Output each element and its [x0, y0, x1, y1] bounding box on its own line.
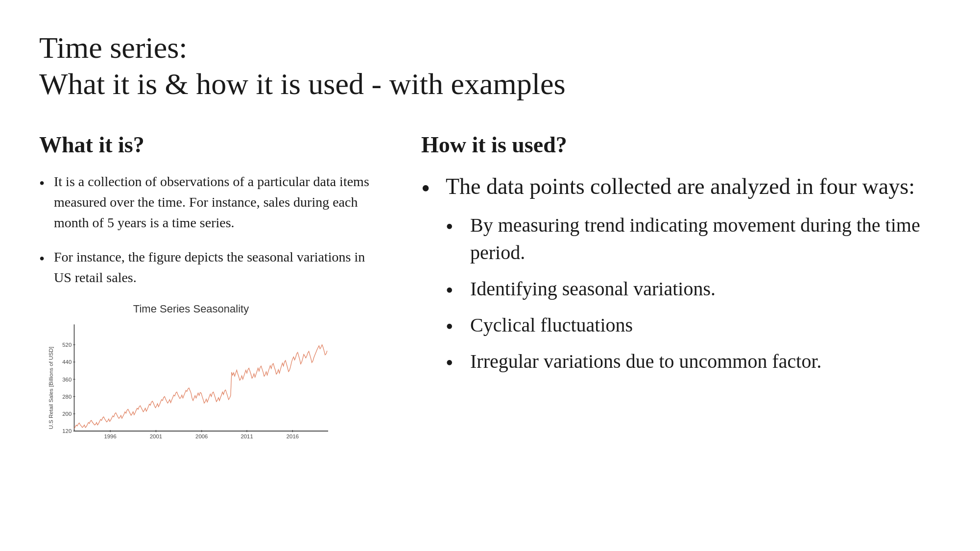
- right-sub-bullet-list: By measuring trend indicating movement d…: [446, 212, 941, 375]
- sub-bullet-3: Cyclical fluctuations: [446, 311, 941, 339]
- chart-area: U.S Retail Sales [Billions of USD] 120 2…: [39, 319, 343, 456]
- left-bullet-list: It is a collection of observations of a …: [39, 171, 382, 288]
- chart-title: Time Series Seasonality: [39, 303, 343, 315]
- right-bullet-list: The data points collected are analyzed i…: [421, 171, 941, 375]
- right-section-heading: How it is used?: [421, 132, 941, 158]
- title-block: Time series: What it is & how it is used…: [39, 29, 941, 102]
- slide: Time series: What it is & how it is used…: [0, 0, 980, 551]
- right-main-bullet: The data points collected are analyzed i…: [421, 171, 941, 375]
- sub-bullet-2: Identifying seasonal variations.: [446, 275, 941, 303]
- y-tick-520: 520: [62, 342, 72, 348]
- chart-container: Time Series Seasonality U.S Retail Sales…: [39, 303, 343, 459]
- x-tick-2011: 2011: [240, 433, 253, 439]
- y-tick-440: 440: [62, 359, 72, 365]
- y-tick-280: 280: [62, 394, 72, 400]
- y-tick-360: 360: [62, 376, 72, 382]
- y-axis-label: U.S Retail Sales [Billions of USD]: [48, 347, 54, 429]
- y-tick-120: 120: [62, 428, 72, 434]
- sub-bullet-4: Irregular variations due to uncommon fac…: [446, 348, 941, 375]
- y-tick-200: 200: [62, 411, 72, 417]
- x-tick-2001: 2001: [150, 433, 162, 439]
- left-column: What it is? It is a collection of observ…: [39, 132, 382, 459]
- sub-bullet-1: By measuring trend indicating movement d…: [446, 212, 941, 266]
- chart-svg: U.S Retail Sales [Billions of USD] 120 2…: [39, 319, 343, 456]
- content-columns: What it is? It is a collection of observ…: [39, 132, 941, 459]
- left-bullet-1: It is a collection of observations of a …: [39, 171, 382, 233]
- left-section-heading: What it is?: [39, 132, 382, 158]
- right-column: How it is used? The data points collecte…: [421, 132, 941, 459]
- x-tick-2016: 2016: [287, 433, 299, 439]
- time-series-line: [74, 345, 327, 429]
- x-tick-1996: 1996: [104, 433, 116, 439]
- title-line1: Time series:: [39, 29, 941, 66]
- x-tick-2006: 2006: [195, 433, 208, 439]
- title-line2: What it is & how it is used - with examp…: [39, 66, 941, 102]
- left-bullet-2: For instance, the figure depicts the sea…: [39, 247, 382, 288]
